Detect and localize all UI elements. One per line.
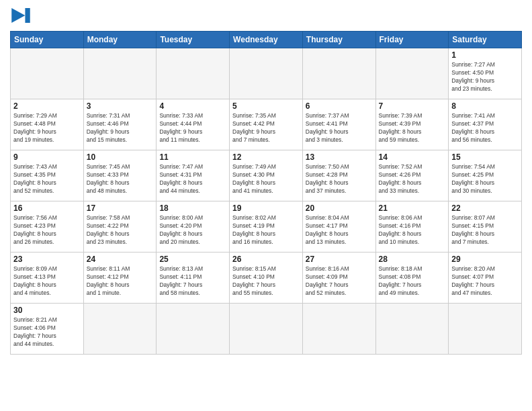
day-number: 18 (159, 203, 226, 213)
day-number: 1 (451, 50, 519, 60)
calendar-cell: 1Sunrise: 7:27 AM Sunset: 4:50 PM Daylig… (449, 48, 522, 99)
day-number: 16 (13, 203, 81, 213)
calendar-cell (375, 48, 449, 99)
day-number: 3 (87, 101, 154, 111)
day-number: 27 (306, 255, 373, 264)
calendar-week-row: 1Sunrise: 7:27 AM Sunset: 4:50 PM Daylig… (11, 48, 522, 99)
calendar-cell: 24Sunrise: 8:11 AM Sunset: 4:12 PM Dayli… (83, 253, 157, 304)
day-info: Sunrise: 7:50 AM Sunset: 4:28 PM Dayligh… (306, 163, 373, 195)
day-number: 20 (306, 203, 373, 213)
weekday-header-thursday: Thursday (302, 32, 375, 48)
calendar-cell (11, 48, 84, 99)
day-info: Sunrise: 7:29 AM Sunset: 4:48 PM Dayligh… (13, 112, 81, 144)
day-info: Sunrise: 8:15 AM Sunset: 4:10 PM Dayligh… (232, 265, 300, 298)
day-number: 10 (87, 152, 154, 162)
weekday-header-monday: Monday (83, 32, 157, 48)
calendar-cell (230, 48, 303, 99)
calendar-cell: 16Sunrise: 7:56 AM Sunset: 4:23 PM Dayli… (11, 201, 84, 253)
calendar-cell: 14Sunrise: 7:52 AM Sunset: 4:26 PM Dayli… (375, 150, 449, 201)
calendar-cell: 10Sunrise: 7:45 AM Sunset: 4:33 PM Dayli… (83, 150, 157, 201)
calendar-cell (302, 304, 375, 355)
day-number: 13 (306, 152, 373, 162)
calendar-cell: 3Sunrise: 7:31 AM Sunset: 4:46 PM Daylig… (83, 99, 157, 150)
calendar-cell: 20Sunrise: 8:04 AM Sunset: 4:17 PM Dayli… (302, 201, 375, 253)
day-number: 12 (232, 152, 300, 162)
day-number: 5 (232, 101, 300, 111)
day-number: 28 (379, 255, 446, 264)
day-number: 26 (232, 255, 300, 264)
svg-marker-0 (11, 8, 25, 23)
weekday-header-tuesday: Tuesday (157, 32, 230, 48)
calendar-cell: 17Sunrise: 7:58 AM Sunset: 4:22 PM Dayli… (83, 201, 157, 253)
day-info: Sunrise: 8:09 AM Sunset: 4:13 PM Dayligh… (13, 265, 81, 298)
day-info: Sunrise: 8:13 AM Sunset: 4:11 PM Dayligh… (159, 265, 226, 298)
svg-rect-1 (25, 8, 30, 23)
calendar-cell (83, 48, 157, 99)
day-number: 6 (306, 101, 373, 111)
day-number: 7 (379, 101, 446, 111)
day-info: Sunrise: 7:31 AM Sunset: 4:46 PM Dayligh… (87, 112, 154, 144)
calendar-cell: 23Sunrise: 8:09 AM Sunset: 4:13 PM Dayli… (11, 253, 84, 304)
day-number: 29 (451, 255, 519, 264)
calendar-cell (157, 304, 230, 355)
day-info: Sunrise: 7:39 AM Sunset: 4:39 PM Dayligh… (379, 112, 446, 144)
day-info: Sunrise: 8:06 AM Sunset: 4:16 PM Dayligh… (379, 214, 446, 246)
day-info: Sunrise: 7:56 AM Sunset: 4:23 PM Dayligh… (13, 214, 81, 246)
day-info: Sunrise: 7:35 AM Sunset: 4:42 PM Dayligh… (232, 112, 300, 144)
calendar-week-row: 9Sunrise: 7:43 AM Sunset: 4:35 PM Daylig… (11, 150, 522, 201)
calendar-cell: 15Sunrise: 7:54 AM Sunset: 4:25 PM Dayli… (449, 150, 522, 201)
calendar-cell (83, 304, 157, 355)
day-number: 30 (13, 306, 81, 315)
calendar-cell (302, 48, 375, 99)
day-number: 8 (451, 101, 519, 111)
calendar-cell: 27Sunrise: 8:16 AM Sunset: 4:09 PM Dayli… (302, 253, 375, 304)
calendar-cell: 22Sunrise: 8:07 AM Sunset: 4:15 PM Dayli… (449, 201, 522, 253)
day-number: 23 (13, 255, 81, 264)
day-info: Sunrise: 7:54 AM Sunset: 4:25 PM Dayligh… (451, 163, 519, 195)
day-number: 15 (451, 152, 519, 162)
calendar-week-row: 2Sunrise: 7:29 AM Sunset: 4:48 PM Daylig… (11, 99, 522, 150)
calendar-page: SundayMondayTuesdayWednesdayThursdayFrid… (0, 0, 532, 411)
calendar-cell: 28Sunrise: 8:18 AM Sunset: 4:08 PM Dayli… (375, 253, 449, 304)
calendar-cell: 4Sunrise: 7:33 AM Sunset: 4:44 PM Daylig… (157, 99, 230, 150)
day-info: Sunrise: 7:49 AM Sunset: 4:30 PM Dayligh… (232, 163, 300, 195)
weekday-header-saturday: Saturday (449, 32, 522, 48)
calendar-week-row: 16Sunrise: 7:56 AM Sunset: 4:23 PM Dayli… (11, 201, 522, 253)
calendar-cell: 8Sunrise: 7:41 AM Sunset: 4:37 PM Daylig… (449, 99, 522, 150)
day-info: Sunrise: 8:20 AM Sunset: 4:07 PM Dayligh… (451, 265, 519, 298)
day-number: 9 (13, 152, 81, 162)
day-info: Sunrise: 8:18 AM Sunset: 4:08 PM Dayligh… (379, 265, 446, 298)
day-number: 2 (13, 101, 81, 111)
logo (10, 9, 30, 27)
calendar-cell: 21Sunrise: 8:06 AM Sunset: 4:16 PM Dayli… (375, 201, 449, 253)
day-info: Sunrise: 7:52 AM Sunset: 4:26 PM Dayligh… (379, 163, 446, 195)
calendar-cell (230, 304, 303, 355)
day-info: Sunrise: 8:07 AM Sunset: 4:15 PM Dayligh… (451, 214, 519, 246)
day-info: Sunrise: 7:58 AM Sunset: 4:22 PM Dayligh… (87, 214, 154, 246)
calendar-cell: 19Sunrise: 8:02 AM Sunset: 4:19 PM Dayli… (230, 201, 303, 253)
day-info: Sunrise: 8:02 AM Sunset: 4:19 PM Dayligh… (232, 214, 300, 246)
logo-icon (11, 8, 30, 23)
day-info: Sunrise: 7:41 AM Sunset: 4:37 PM Dayligh… (451, 112, 519, 144)
calendar-cell: 2Sunrise: 7:29 AM Sunset: 4:48 PM Daylig… (11, 99, 84, 150)
calendar-cell: 13Sunrise: 7:50 AM Sunset: 4:28 PM Dayli… (302, 150, 375, 201)
day-info: Sunrise: 7:27 AM Sunset: 4:50 PM Dayligh… (451, 61, 519, 93)
day-number: 4 (159, 101, 226, 111)
day-info: Sunrise: 7:33 AM Sunset: 4:44 PM Dayligh… (159, 112, 226, 144)
calendar-week-row: 23Sunrise: 8:09 AM Sunset: 4:13 PM Dayli… (11, 253, 522, 304)
weekday-header-friday: Friday (375, 32, 449, 48)
calendar-week-row: 30Sunrise: 8:21 AM Sunset: 4:06 PM Dayli… (11, 304, 522, 355)
calendar-cell: 12Sunrise: 7:49 AM Sunset: 4:30 PM Dayli… (230, 150, 303, 201)
day-number: 17 (87, 203, 154, 213)
weekday-header-wednesday: Wednesday (230, 32, 303, 48)
day-info: Sunrise: 7:47 AM Sunset: 4:31 PM Dayligh… (159, 163, 226, 195)
day-info: Sunrise: 7:45 AM Sunset: 4:33 PM Dayligh… (87, 163, 154, 195)
day-info: Sunrise: 7:43 AM Sunset: 4:35 PM Dayligh… (13, 163, 81, 195)
day-info: Sunrise: 8:04 AM Sunset: 4:17 PM Dayligh… (306, 214, 373, 246)
day-info: Sunrise: 8:00 AM Sunset: 4:20 PM Dayligh… (159, 214, 226, 246)
day-number: 22 (451, 203, 519, 213)
weekday-header-row: SundayMondayTuesdayWednesdayThursdayFrid… (11, 32, 522, 48)
day-number: 11 (159, 152, 226, 162)
day-number: 25 (159, 255, 226, 264)
calendar-cell: 11Sunrise: 7:47 AM Sunset: 4:31 PM Dayli… (157, 150, 230, 201)
